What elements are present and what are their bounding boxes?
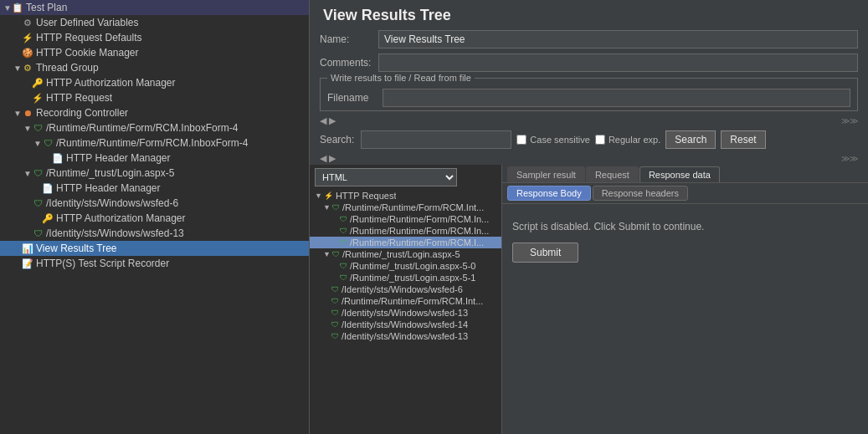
toggle-arrow: ▼	[23, 124, 32, 133]
sidebar-item-http-header-manager1[interactable]: 📄HTTP Header Manager	[0, 151, 309, 166]
regular-exp-checkbox[interactable]	[595, 135, 605, 145]
sidebar-item-label: /Runtime/_trust/Login.aspx-5	[46, 167, 174, 179]
result-item-rcm-inboxform-main[interactable]: 🛡/Runtime/Runtime/Form/RCM.Int...	[310, 295, 501, 307]
regular-exp-group: Regular exp.	[595, 135, 660, 145]
header-icon: 📄	[52, 152, 64, 164]
sidebar-item-http-cookie-manager[interactable]: 🍪HTTP Cookie Manager	[0, 45, 309, 60]
script-icon: 📝	[22, 258, 33, 269]
sidebar-item-user-defined-vars[interactable]: ⚙User Defined Variables	[0, 15, 309, 30]
sub-tab-response-body[interactable]: Response Body	[507, 186, 591, 201]
sidebar-item-view-results-tree[interactable]: 📊View Results Tree	[0, 241, 309, 256]
sidebar-item-http-header-manager2[interactable]: 📄HTTP Header Manager	[0, 181, 309, 196]
tab-response-data[interactable]: Response data	[639, 166, 720, 182]
result-item-label: /Runtime/_trust/Login.aspx-5-0	[350, 261, 475, 271]
shield-icon: 🛡	[32, 227, 44, 239]
toggle-arrow: ▼	[33, 139, 42, 148]
submit-button[interactable]: Submit	[512, 243, 578, 263]
search-button[interactable]: Search	[665, 130, 716, 149]
comments-input[interactable]	[378, 54, 858, 72]
toggle-arrow: ▼	[3, 3, 12, 13]
plan-icon: 📋	[12, 2, 23, 13]
shield-icon: 🛡	[331, 297, 339, 305]
sidebar-item-label: User Defined Variables	[36, 17, 139, 28]
auth-icon: 🔑	[32, 77, 44, 89]
result-item-rcm-2[interactable]: 🛡/Runtime/Runtime/Form/RCM.In...	[310, 213, 501, 225]
tabs-row: Sampler resultRequestResponse data	[502, 165, 868, 183]
filename-label: Filename	[327, 92, 378, 104]
header-icon: 📄	[42, 182, 54, 194]
sub-tab-response-headers[interactable]: Response headers	[593, 186, 688, 201]
sidebar-item-https-test-script[interactable]: 📝HTTP(S) Test Script Recorder	[0, 256, 309, 271]
left-tree-panel[interactable]: ▼📋Test Plan ⚙User Defined Variables ⚡HTT…	[0, 0, 310, 434]
result-item-label: /Identity/sts/Windows/wsfed-13	[342, 331, 468, 341]
view-icon: 📊	[22, 243, 33, 254]
sidebar-item-label: Recording Controller	[36, 107, 128, 119]
result-item-trust-login-1[interactable]: ▼🛡/Runtime/_trust/Login.aspx-5	[310, 248, 501, 260]
name-input[interactable]	[378, 30, 858, 49]
result-item-rcm-3[interactable]: 🛡/Runtime/Runtime/Form/RCM.In...	[310, 225, 501, 237]
result-item-identity-wsfed14[interactable]: 🛡/Identity/sts/Windows/wsfed-14	[310, 319, 501, 330]
sidebar-item-trust-login-aspx5[interactable]: ▼🛡/Runtime/_trust/Login.aspx-5	[0, 166, 309, 181]
panel-title: View Results Tree	[310, 0, 868, 28]
result-toggle: ▼	[315, 191, 322, 200]
result-item-rcm-1[interactable]: ▼🛡/Runtime/Runtime/Form/RCM.Int...	[310, 202, 501, 213]
sidebar-item-test-plan[interactable]: ▼📋Test Plan	[0, 0, 309, 15]
result-item-trust-login-3[interactable]: 🛡/Runtime/_trust/Login.aspx-5-1	[310, 272, 501, 283]
sidebar-item-label: HTTP Request	[46, 92, 112, 104]
sidebar-item-recording-controller[interactable]: ▼⏺Recording Controller	[0, 105, 309, 120]
sidebar-item-label: HTTP(S) Test Script Recorder	[36, 258, 169, 269]
search-input[interactable]	[361, 130, 511, 149]
case-sensitive-checkbox[interactable]	[516, 135, 526, 145]
sidebar-item-label: HTTP Authorization Manager	[46, 77, 176, 89]
regular-exp-label: Regular exp.	[609, 135, 660, 145]
comments-row: Comments:	[310, 51, 868, 74]
shield-icon: 🛡	[32, 197, 44, 209]
bottom-section: HTMLJSONXMLTextRegExp Tester ▼⚡HTTP Requ…	[310, 165, 868, 434]
sidebar-item-rcm-inboxform-4b[interactable]: ▼🛡/Runtime/Runtime/Form/RCM.InboxForm-4	[0, 135, 309, 151]
sidebar-item-label: Thread Group	[36, 62, 99, 74]
sidebar-item-label: /Runtime/Runtime/Form/RCM.InboxForm-4	[46, 122, 238, 134]
result-item-identity-wsfed13b[interactable]: 🛡/Identity/sts/Windows/wsfed-13	[310, 330, 501, 342]
result-item-label: /Runtime/Runtime/Form/RCM.In...	[350, 214, 489, 224]
file-section-title: Write results to file / Read from file	[327, 73, 475, 83]
filename-input[interactable]	[383, 89, 850, 107]
sidebar-item-rcm-inboxform-4a[interactable]: ▼🛡/Runtime/Runtime/Form/RCM.InboxForm-4	[0, 120, 309, 135]
shield-icon: 🛡	[331, 320, 339, 329]
tab-sampler-result[interactable]: Sampler result	[507, 166, 585, 182]
result-item-label: /Identity/sts/Windows/wsfed-13	[342, 308, 468, 318]
sidebar-item-http-request-defaults[interactable]: ⚡HTTP Request Defaults	[0, 30, 309, 45]
view-format-dropdown[interactable]: HTMLJSONXMLTextRegExp Tester	[315, 168, 457, 186]
result-item-rcm-4[interactable]: 🛡/Runtime/Runtime/Form/RCM.I...	[310, 237, 501, 248]
sidebar-item-http-auth-manager[interactable]: 🔑HTTP Authorization Manager	[0, 75, 309, 90]
vars-icon: ⚙	[22, 17, 33, 28]
shield-icon: 🛡	[32, 167, 44, 179]
sidebar-item-label: Test Plan	[26, 2, 67, 13]
case-sensitive-group: Case sensitive	[516, 135, 590, 145]
sidebar-item-http-auth-manager2[interactable]: 🔑HTTP Authorization Manager	[0, 211, 309, 226]
comments-label: Comments:	[320, 57, 378, 69]
sidebar-item-identity-sts-wsfed6[interactable]: 🛡/Identity/sts/Windows/wsfed-6	[0, 196, 309, 211]
reset-button[interactable]: Reset	[721, 130, 765, 149]
shield-icon: 🛡	[340, 262, 347, 270]
result-toggle: ▼	[323, 203, 331, 212]
sidebar-item-label: HTTP Request Defaults	[36, 32, 142, 43]
result-item-identity-wsfed6a[interactable]: 🛡/Identity/sts/Windows/wsfed-6	[310, 283, 501, 295]
auth-icon: 🔑	[42, 212, 54, 224]
result-item-identity-wsfed13a[interactable]: 🛡/Identity/sts/Windows/wsfed-13	[310, 307, 501, 319]
thread-icon: ⚙	[22, 62, 33, 74]
toggle-arrow: ▼	[13, 64, 22, 73]
tab-request[interactable]: Request	[586, 166, 639, 182]
toggle-arrow: ▼	[23, 169, 32, 178]
right-panel: View Results Tree Name: Comments: Write …	[310, 0, 868, 434]
sidebar-item-identity-sts-wsfed13[interactable]: 🛡/Identity/sts/Windows/wsfed-13	[0, 226, 309, 241]
result-item-http-request-root[interactable]: ▼⚡HTTP Request	[310, 190, 501, 202]
toggle-arrow: ▼	[13, 109, 22, 118]
sidebar-item-label: HTTP Cookie Manager	[36, 47, 139, 59]
sidebar-item-thread-group[interactable]: ▼⚙Thread Group	[0, 60, 309, 75]
shield-icon: 🛡	[42, 137, 54, 149]
detail-text: Script is disabled. Click Submit to cont…	[512, 221, 704, 232]
result-tree[interactable]: HTMLJSONXMLTextRegExp Tester ▼⚡HTTP Requ…	[310, 165, 502, 434]
result-item-trust-login-2[interactable]: 🛡/Runtime/_trust/Login.aspx-5-0	[310, 260, 501, 272]
sidebar-item-http-request[interactable]: ⚡HTTP Request	[0, 90, 309, 105]
result-item-label: /Runtime/_trust/Login.aspx-5	[342, 249, 460, 259]
